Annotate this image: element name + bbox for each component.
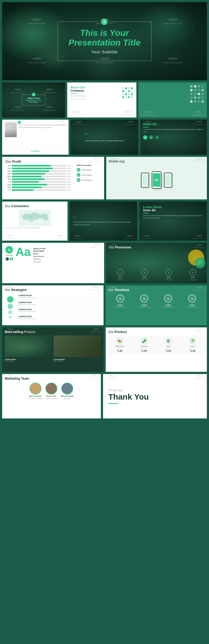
step-label: Step01 bbox=[118, 276, 122, 278]
wdot-13 bbox=[190, 96, 193, 99]
product-price: $1.00 bbox=[182, 349, 203, 352]
dot-5 bbox=[122, 90, 124, 92]
team-member: Maria Alexander Marketing Strategist bbox=[29, 383, 42, 399]
wm-ty1: K酷图网www.ikutu.com bbox=[105, 375, 116, 380]
strategy-detail: Lorem ipsum dolor sit amet bbox=[18, 304, 101, 305]
product-card: ☮ Peace ★★★★★ $1.00 bbox=[157, 335, 180, 354]
team-name: Maria Alexander bbox=[29, 395, 42, 397]
wm-st1: K酷图网www.ikutu.com bbox=[4, 286, 16, 291]
product-stars: ★★★★★ bbox=[134, 348, 154, 349]
font-aa: Aa bbox=[16, 246, 31, 258]
tl-num: 01 bbox=[116, 295, 124, 303]
strategy-detail: Lorem ipsum dolor sit amet bbox=[18, 297, 101, 298]
wm-co1: K酷图网www.ikutu.com bbox=[56, 121, 68, 126]
best-item-0-label: Lorem ipsum bbox=[5, 358, 52, 360]
tl-step-label: Step03 bbox=[165, 304, 171, 306]
conclusion-title: 2020 Conclusion bbox=[77, 164, 101, 166]
step-text: Lorem ipsum bbox=[165, 279, 172, 281]
quote-icon: " bbox=[85, 132, 124, 138]
product-name: Peace bbox=[158, 345, 179, 347]
bar-pct: 55% bbox=[68, 176, 73, 177]
wm-li2: K酷图网www.ikutu.com bbox=[193, 235, 205, 240]
slide-lorem-dark: K酷图网www.ikutu.com K酷图网www.ikutu.com " Lo… bbox=[70, 202, 137, 241]
tl-desc: Lorem ipsum dolor bbox=[186, 306, 199, 308]
wm-about1: K酷图网www.ikutu.com bbox=[69, 111, 83, 116]
product-icon: 🍉 bbox=[116, 337, 123, 345]
bar-pct: 55% bbox=[68, 186, 73, 188]
bubble-3 bbox=[8, 310, 12, 314]
product-name: Watermelon bbox=[109, 345, 130, 347]
bar-track bbox=[12, 181, 66, 183]
slide-row-3: A Lorem ipsum dolor sit amet, consectetu… bbox=[2, 120, 207, 155]
hero-title: This is Your Presentation Title bbox=[69, 28, 141, 47]
wm-op1: K酷图网www.ikutu.com bbox=[107, 328, 119, 333]
strategy-label: LOREM IPSUM bbox=[18, 309, 101, 310]
dot-14 bbox=[125, 96, 127, 98]
wm-ld2: K酷图网www.ikutu.com bbox=[124, 235, 136, 240]
mini-hero-label: A bbox=[32, 93, 36, 96]
profit-bar-row: Apr 61% bbox=[5, 173, 73, 175]
profit-bar-row: Sep 55% bbox=[5, 186, 73, 188]
best-img-2 bbox=[54, 335, 101, 357]
weight-2: Semi Bold bbox=[33, 255, 45, 258]
product-stars: ★★★★★ bbox=[182, 348, 203, 349]
product-icon: 🥬 bbox=[189, 337, 196, 345]
wm-about2: K酷图网www.ikutu.com bbox=[121, 111, 134, 116]
product-price: $1.00 bbox=[109, 349, 130, 352]
bar-fill bbox=[12, 176, 42, 177]
wdot-2 bbox=[194, 85, 196, 88]
font-icon2: 📋 bbox=[10, 257, 13, 261]
bar-label: Aug bbox=[5, 183, 11, 185]
proudly-text: Proudly Say bbox=[108, 389, 123, 392]
dolor-divider bbox=[143, 127, 148, 127]
lorem-dark-text: Lorem ipsum dolor sit amet, consectetur … bbox=[73, 221, 133, 226]
bar-pct: 65% bbox=[68, 184, 73, 185]
dot-12 bbox=[131, 93, 133, 95]
bar-fill bbox=[12, 178, 45, 180]
dot-8 bbox=[131, 90, 133, 92]
slide-row-9: K酷图网www.ikutu.com K酷图网www.ikutu.com Mark… bbox=[2, 374, 207, 418]
consumers-our: Our bbox=[5, 204, 10, 208]
product-icon: ☮ bbox=[165, 337, 172, 345]
strategies-items: LOREM IPSUM Lorem ipsum dolor sit amet L… bbox=[18, 293, 101, 321]
consumers-desc: Lorem ipsum dolor sit amet, consectetur … bbox=[5, 227, 65, 228]
font-icon1: 🌐 bbox=[6, 257, 9, 261]
dolor-icon2: ● bbox=[149, 135, 153, 140]
bar-track bbox=[12, 178, 66, 180]
best-img-1 bbox=[5, 335, 52, 357]
bar-label: May bbox=[5, 175, 11, 177]
bar-fill bbox=[12, 170, 49, 172]
lorem-dark-quote-icon: " bbox=[73, 216, 133, 221]
wm-li1: K酷图网www.ikutu.com bbox=[141, 235, 153, 240]
mini-hero-sub2: Your Subtitle bbox=[26, 101, 42, 103]
timeline-label: Step02 Lorem ipsum dolor bbox=[138, 304, 150, 308]
product-cards: 🍉 Watermelon ★★★★★ $1.00 🥒 Cucumber ★★★★… bbox=[108, 335, 204, 354]
tl-num: 04 bbox=[188, 295, 196, 303]
wdot-4 bbox=[201, 85, 204, 88]
product-stars: ★★★★★ bbox=[158, 348, 179, 349]
wm-op2: K酷图网www.ikutu.com bbox=[193, 328, 205, 333]
product-icon: 🥒 bbox=[140, 337, 148, 345]
slide-company-white: A Lorem ipsum dolor sit amet, consectetu… bbox=[2, 120, 69, 155]
bar-fill bbox=[12, 168, 53, 169]
dolor-icon1: ● bbox=[143, 135, 147, 140]
strategy-label: LOREM IPSUM bbox=[18, 295, 101, 296]
strategy-item: LOREM IPSUM Lorem ipsum dolor sit amet bbox=[18, 316, 101, 320]
wm-c2: K酷图网www.ikutu.com bbox=[54, 235, 66, 240]
wdot-18 bbox=[194, 100, 196, 103]
company-footer: Company bbox=[5, 149, 66, 152]
slide-row-6: K酷图网www.ikutu.com A Company 🌐 📋 Aa Name … bbox=[2, 243, 207, 283]
bar-fill bbox=[12, 186, 42, 188]
dot-4 bbox=[131, 87, 133, 89]
weight-4: Regular bbox=[33, 261, 45, 263]
wdot-16 bbox=[201, 96, 204, 99]
strategy-item: LOREM IPSUM Lorem ipsum dolor sit amet bbox=[18, 295, 101, 299]
processes-steps: 1 Step01 Lorem ipsum 2 Step02 Lorem ipsu… bbox=[109, 269, 204, 281]
phone-right bbox=[164, 173, 172, 188]
profit-bar-row: Oct 40% bbox=[5, 189, 73, 191]
process-step: 3 Step03 Lorem ipsum bbox=[157, 269, 180, 281]
profit-item: 03 Lorem ipsum bbox=[77, 178, 101, 182]
lorem-divider bbox=[143, 213, 148, 213]
bubble-1 bbox=[7, 296, 13, 303]
step-circle: 3 bbox=[165, 269, 172, 276]
